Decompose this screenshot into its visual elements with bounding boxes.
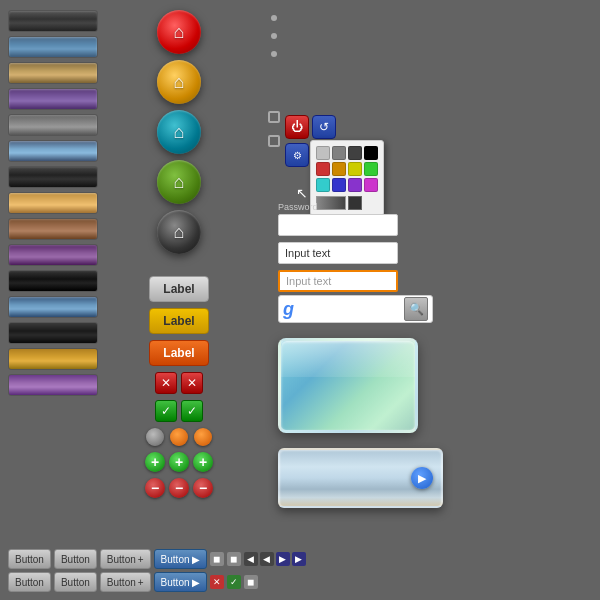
home-icon: ⌂ [174,22,185,43]
password-input[interactable] [278,214,398,236]
sq-dark-2[interactable]: ◀ [260,552,274,566]
strip-7[interactable] [8,166,98,188]
color-swatch[interactable] [332,162,346,176]
bottom-button-arrow-2[interactable]: Button ▶ [154,572,207,592]
color-swatch[interactable] [332,146,346,160]
color-swatch[interactable] [332,178,346,192]
circle-teal-button[interactable]: ⌂ [157,110,201,154]
color-swatch[interactable] [316,178,330,192]
circle-dark-button[interactable]: ⌂ [157,210,201,254]
label-orange-button[interactable]: Label [149,340,209,366]
bottom-row-2: Button Button Button + Button ▶ ✕ ✓ ◼ [8,572,306,592]
color-swatch[interactable] [348,162,362,176]
multi-btn-strip-1: ◀ ◀ ▶ ▶ [244,552,306,566]
x-button-1[interactable]: ✕ [155,372,177,394]
home-icon: ⌂ [174,172,185,193]
google-logo: g [283,299,294,320]
minus-button-2[interactable]: − [169,478,189,498]
label-gray-button[interactable]: Label [149,276,209,302]
strip-9[interactable] [8,218,98,240]
input-text-field-orange[interactable]: Input text [278,270,398,292]
strip-11[interactable] [8,270,98,292]
strip-6[interactable] [8,140,98,162]
strip-1[interactable] [8,10,98,32]
button-strips [8,10,98,396]
search-bar[interactable]: g 🔍 [278,295,433,323]
color-swatch[interactable] [348,178,362,192]
color-swatch[interactable] [364,146,378,160]
bottom-button-plus-2[interactable]: Button + [100,572,151,592]
arrow-icon-2: ▶ [192,577,200,588]
dot-3 [271,51,277,57]
strip-13[interactable] [8,322,98,344]
check-button-1[interactable]: ✓ [155,400,177,422]
strip-10[interactable] [8,244,98,266]
windows-bar-button[interactable]: ▶ [411,467,433,489]
small-sq-2[interactable]: ◼ [227,552,241,566]
color-swatch[interactable] [348,146,362,160]
plus-icon: + [138,554,144,565]
search-icon: 🔍 [409,302,424,316]
radio-orange-2[interactable] [194,428,212,446]
bottom-button-plus[interactable]: Button + [100,549,151,569]
dot-2 [271,33,277,39]
minus-button-3[interactable]: − [193,478,213,498]
input-text-value: Input text [285,247,330,259]
strip-15[interactable] [8,374,98,396]
check-button-2[interactable]: ✓ [181,400,203,422]
plus-icon-2: + [138,577,144,588]
plus-row: + + + [145,452,213,472]
x-check-row: ✕ ✕ [155,372,203,394]
plus-button-3[interactable]: + [193,452,213,472]
strip-12[interactable] [8,296,98,318]
minus-row: − − − [145,478,213,498]
label-yellow-button[interactable]: Label [149,308,209,334]
refresh-button[interactable]: ↺ [312,115,336,139]
arrow-icon: ▶ [192,554,200,565]
circle-gold-button[interactable]: ⌂ [157,60,201,104]
small-sq-green[interactable]: ✓ [227,575,241,589]
small-sq-red[interactable]: ✕ [210,575,224,589]
strip-4[interactable] [8,88,98,110]
dots-column [268,15,280,147]
circle-green-button[interactable]: ⌂ [157,160,201,204]
home-icon: ⌂ [174,72,185,93]
search-button[interactable]: 🔍 [404,297,428,321]
plus-button-2[interactable]: + [169,452,189,472]
small-sq-1[interactable]: ◼ [210,552,224,566]
power-row: ⏻ ↺ [285,115,336,139]
x-button-2[interactable]: ✕ [181,372,203,394]
strip-14[interactable] [8,348,98,370]
sq-blue-2[interactable]: ▶ [292,552,306,566]
minus-button-1[interactable]: − [145,478,165,498]
input-text-field[interactable]: Input text [278,242,398,264]
plus-button-1[interactable]: + [145,452,165,472]
sq-dark-1[interactable]: ◀ [244,552,258,566]
color-swatch[interactable] [364,178,378,192]
color-swatch[interactable] [364,162,378,176]
checkbox-2[interactable] [268,135,280,147]
dot-1 [271,15,277,21]
strip-2[interactable] [8,36,98,58]
color-swatch[interactable] [316,146,330,160]
checkbox-1[interactable] [268,111,280,123]
radio-row [146,428,212,446]
bottom-button-3[interactable]: Button [8,572,51,592]
strip-5[interactable] [8,114,98,136]
settings-button-1[interactable]: ⚙ [285,143,309,167]
power-button[interactable]: ⏻ [285,115,309,139]
small-sq-3[interactable]: ◼ [244,575,258,589]
radio-orange-1[interactable] [170,428,188,446]
home-icon: ⌂ [174,222,185,243]
color-swatch[interactable] [316,162,330,176]
circle-red-button[interactable]: ⌂ [157,10,201,54]
bottom-button-1[interactable]: Button [8,549,51,569]
radio-gray[interactable] [146,428,164,446]
bottom-button-4[interactable]: Button [54,572,97,592]
bottom-button-2[interactable]: Button [54,549,97,569]
sq-blue-1[interactable]: ▶ [276,552,290,566]
strip-3[interactable] [8,62,98,84]
bottom-button-arrow[interactable]: Button ▶ [154,549,207,569]
input-text-placeholder: Input text [286,275,331,287]
strip-8[interactable] [8,192,98,214]
